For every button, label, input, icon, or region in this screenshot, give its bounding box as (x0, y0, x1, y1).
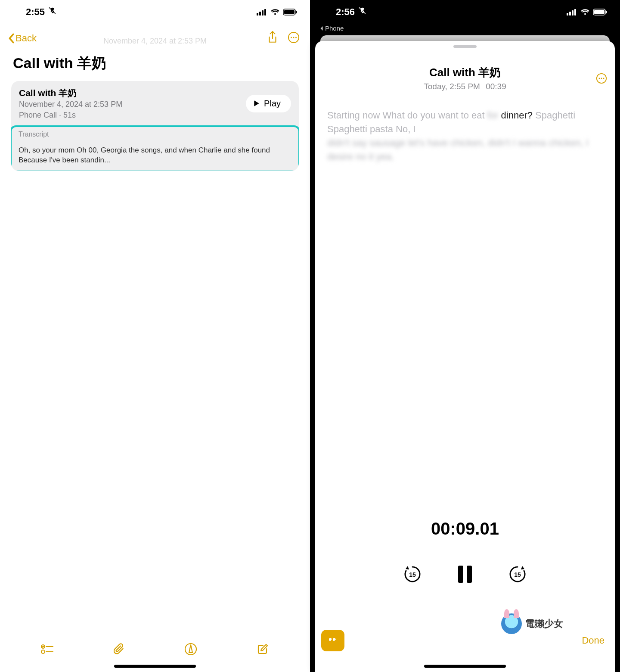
live-transcript: Starting now What do you want to eat for… (315, 91, 615, 164)
wifi-icon (580, 9, 590, 16)
forward-15-icon: 15 (508, 564, 527, 584)
svg-rect-0 (257, 13, 258, 16)
status-bar-right: 2:56 (310, 0, 620, 24)
attach-button[interactable] (114, 643, 125, 657)
svg-text:15: 15 (409, 571, 416, 578)
svg-rect-31 (327, 636, 338, 644)
transcript-seg-2: dinner? (501, 110, 533, 121)
svg-point-25 (601, 78, 602, 79)
svg-rect-17 (569, 12, 571, 16)
back-button[interactable]: Back (8, 33, 37, 44)
compose-icon (257, 643, 269, 655)
transcript-snippet: Oh, so your mom Oh 00, Georgia the songs… (12, 142, 298, 171)
home-indicator (114, 665, 196, 668)
svg-point-26 (603, 78, 604, 79)
transcript-box[interactable]: Transcript Oh, so your mom Oh 00, Georgi… (11, 125, 299, 171)
checklist-icon (41, 644, 54, 655)
bottom-toolbar (0, 643, 310, 657)
svg-text:15: 15 (514, 571, 521, 578)
rewind-15-icon: 15 (403, 564, 422, 584)
page-title: Call with 羊奶 (0, 46, 310, 78)
player-controls: 15 15 (315, 564, 615, 586)
forward-15-button[interactable]: 15 (508, 564, 527, 586)
transcript-seg-blur1: for (487, 110, 499, 121)
back-label: Back (16, 33, 37, 44)
pause-icon (457, 564, 473, 584)
svg-rect-6 (296, 11, 297, 13)
play-icon (254, 100, 260, 107)
mute-icon (358, 6, 367, 18)
svg-rect-19 (574, 9, 576, 16)
markup-button[interactable] (184, 643, 197, 657)
back-to-phone-label: Phone (325, 25, 344, 32)
svg-rect-5 (284, 10, 294, 14)
back-to-phone[interactable]: Phone (310, 24, 620, 32)
status-time-right: 2:56 (336, 6, 355, 18)
rewind-15-button[interactable]: 15 (403, 564, 422, 586)
status-bar-left: 2:55 (0, 0, 310, 24)
sheet-title: Call with 羊奶 (324, 65, 606, 80)
cellular-icon (567, 9, 577, 16)
call-card-title: Call with 羊奶 (19, 87, 122, 99)
checklist-button[interactable] (41, 644, 54, 656)
transcript-sheet: Call with 羊奶 Today, 2:55 PM 00:39 Starti… (315, 41, 615, 672)
svg-rect-22 (606, 11, 607, 13)
svg-point-24 (599, 78, 600, 79)
share-icon (267, 31, 278, 44)
paperclip-icon (114, 643, 125, 656)
home-indicator (424, 665, 506, 668)
battery-icon (283, 9, 297, 16)
caret-left-icon (319, 26, 323, 31)
sheet-duration: 00:39 (486, 82, 506, 91)
svg-rect-29 (467, 566, 472, 583)
watermark-avatar-icon (501, 613, 522, 634)
watermark: 電獺少女 (501, 613, 563, 634)
call-card-meta: Phone Call · 51s (19, 110, 122, 120)
cellular-icon (257, 9, 267, 16)
transcript-seg-blur2: didn't say sausage let's have chicken, d… (327, 136, 603, 164)
done-button[interactable]: Done (582, 635, 604, 646)
transcript-seg-1: Starting now What do you want to eat (327, 110, 487, 121)
play-button[interactable]: Play (246, 95, 291, 112)
sheet-subtitle: Today, 2:55 PM 00:39 (324, 82, 606, 91)
svg-rect-21 (594, 10, 604, 14)
svg-rect-28 (458, 566, 463, 583)
playback-timer: 00:09.01 (315, 519, 615, 538)
svg-point-10 (295, 37, 297, 38)
wifi-icon (270, 9, 280, 16)
pen-circle-icon (184, 643, 197, 656)
svg-point-13 (41, 650, 45, 653)
watermark-text: 電獺少女 (525, 617, 563, 630)
pause-button[interactable] (457, 564, 473, 586)
status-time: 2:55 (26, 6, 45, 18)
share-button[interactable] (267, 31, 278, 46)
svg-rect-18 (572, 10, 574, 16)
more-button[interactable] (288, 31, 300, 45)
compose-button[interactable] (257, 643, 269, 657)
transcript-label: Transcript (12, 127, 298, 142)
svg-rect-16 (567, 13, 568, 16)
chevron-left-icon (8, 33, 15, 44)
play-label: Play (264, 99, 281, 109)
svg-rect-2 (262, 10, 264, 16)
faded-date: November 4, 2024 at 2:53 PM (0, 37, 310, 46)
more-icon (596, 73, 607, 84)
svg-rect-1 (259, 12, 261, 16)
svg-point-8 (291, 37, 292, 38)
quote-button[interactable] (321, 630, 344, 651)
sheet-more-button[interactable] (596, 73, 607, 86)
call-card: Call with 羊奶 November 4, 2024 at 2:53 PM… (11, 81, 299, 171)
battery-icon (593, 9, 607, 16)
status-indicators (257, 9, 297, 16)
quote-icon (326, 635, 339, 646)
svg-rect-3 (264, 9, 266, 16)
call-card-date: November 4, 2024 at 2:53 PM (19, 99, 122, 109)
more-icon (288, 31, 300, 44)
mute-icon (48, 6, 57, 18)
sheet-date: Today, 2:55 PM (424, 82, 480, 91)
svg-point-9 (293, 37, 294, 38)
